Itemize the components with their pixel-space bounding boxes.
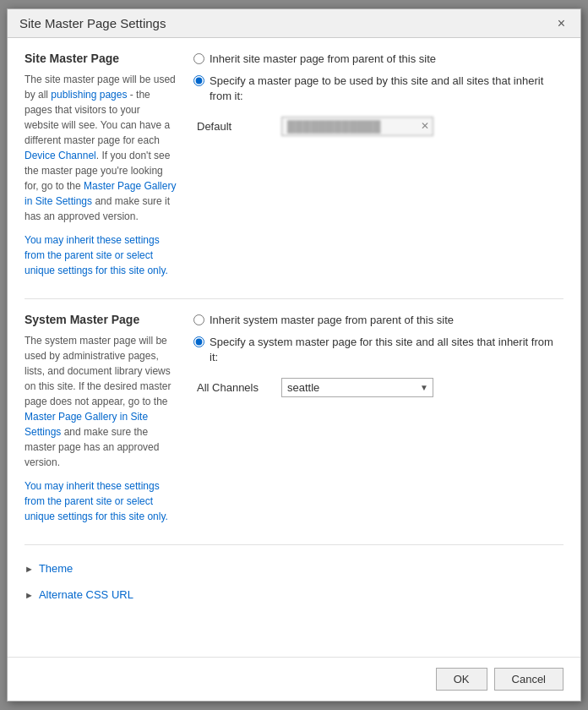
- system-master-page-note: You may inherit these settings from the …: [24, 478, 177, 524]
- theme-label[interactable]: Theme: [39, 562, 73, 575]
- site-master-page-right: Inherit site master page from parent of …: [193, 52, 564, 278]
- system-specify-radio-label: Specify a system master page for this si…: [210, 335, 564, 365]
- site-specify-radio[interactable]: [193, 75, 204, 86]
- site-master-clear-icon[interactable]: ✕: [421, 120, 429, 132]
- dialog-title: Site Master Page Settings: [19, 16, 166, 30]
- system-master-page-gallery-link[interactable]: Master Page Gallery in Site Settings: [24, 411, 148, 438]
- theme-collapsible-header[interactable]: ► Theme: [24, 559, 564, 578]
- cancel-button[interactable]: Cancel: [494, 668, 564, 691]
- site-master-blurred-wrapper: ████████████ ✕: [281, 117, 433, 136]
- system-master-page-right: Inherit system master page from parent o…: [193, 313, 564, 524]
- section-separator-1: [24, 298, 564, 299]
- theme-expand-icon: ►: [24, 564, 34, 574]
- system-inherit-radio-option[interactable]: Inherit system master page from parent o…: [193, 313, 564, 328]
- site-master-page-heading: Site Master Page: [24, 52, 177, 65]
- site-master-field-row: Default ████████████ ✕: [193, 117, 564, 136]
- system-master-dropdown-wrapper: seattle oslo custom ▼: [281, 378, 433, 397]
- system-specify-radio[interactable]: [193, 336, 204, 347]
- site-master-page-note: You may inherit these settings from the …: [24, 232, 177, 278]
- system-master-page-left: System Master Page The system master pag…: [24, 313, 177, 524]
- device-channel-link[interactable]: Device Channel: [24, 150, 96, 161]
- theme-collapsible-section: ► Theme: [24, 559, 564, 578]
- system-specify-radio-option[interactable]: Specify a system master page for this si…: [193, 335, 564, 365]
- site-master-page-left: Site Master Page The site master page wi…: [24, 52, 177, 278]
- site-specify-radio-label: Specify a master page to be used by this…: [210, 74, 564, 104]
- site-inherit-radio[interactable]: [193, 53, 204, 64]
- dialog-body: Site Master Page The site master page wi…: [8, 38, 580, 657]
- site-inherit-radio-label: Inherit site master page from parent of …: [210, 52, 436, 67]
- site-master-field-label: Default: [197, 120, 273, 133]
- site-master-page-section: Site Master Page The site master page wi…: [24, 52, 564, 278]
- dialog: Site Master Page Settings × Site Master …: [7, 8, 581, 702]
- system-inherit-radio-label: Inherit system master page from parent o…: [210, 313, 454, 328]
- site-inherit-radio-option[interactable]: Inherit site master page from parent of …: [193, 52, 564, 67]
- system-master-page-radio-group: Inherit system master page from parent o…: [193, 313, 564, 366]
- alt-css-collapsible-section: ► Alternate CSS URL: [24, 585, 564, 604]
- system-master-page-section: System Master Page The system master pag…: [24, 313, 564, 524]
- dialog-footer: OK Cancel: [8, 657, 580, 701]
- site-master-blurred-input[interactable]: ████████████: [281, 117, 433, 136]
- alt-css-collapsible-header[interactable]: ► Alternate CSS URL: [24, 585, 564, 604]
- title-bar: Site Master Page Settings ×: [8, 9, 580, 38]
- master-page-gallery-link[interactable]: Master Page Gallery in Site Settings: [24, 180, 176, 207]
- ok-button[interactable]: OK: [436, 668, 487, 691]
- system-master-page-desc: The system master page will be used by a…: [24, 333, 177, 524]
- site-master-page-desc: The site master page will be used by all…: [24, 72, 177, 278]
- system-master-dropdown[interactable]: seattle oslo custom: [281, 378, 433, 397]
- publishing-pages-link[interactable]: publishing pages: [51, 89, 127, 101]
- alt-css-expand-icon: ►: [24, 590, 34, 600]
- system-master-field-row: All Channels seattle oslo custom ▼: [193, 378, 564, 397]
- system-master-page-heading: System Master Page: [24, 313, 177, 326]
- system-inherit-radio[interactable]: [193, 314, 204, 325]
- system-master-field-label: All Channels: [197, 381, 273, 394]
- close-button[interactable]: ×: [554, 17, 569, 30]
- site-master-page-radio-group: Inherit site master page from parent of …: [193, 52, 564, 105]
- alt-css-label[interactable]: Alternate CSS URL: [39, 588, 133, 601]
- section-separator-2: [24, 544, 564, 545]
- site-specify-radio-option[interactable]: Specify a master page to be used by this…: [193, 74, 564, 104]
